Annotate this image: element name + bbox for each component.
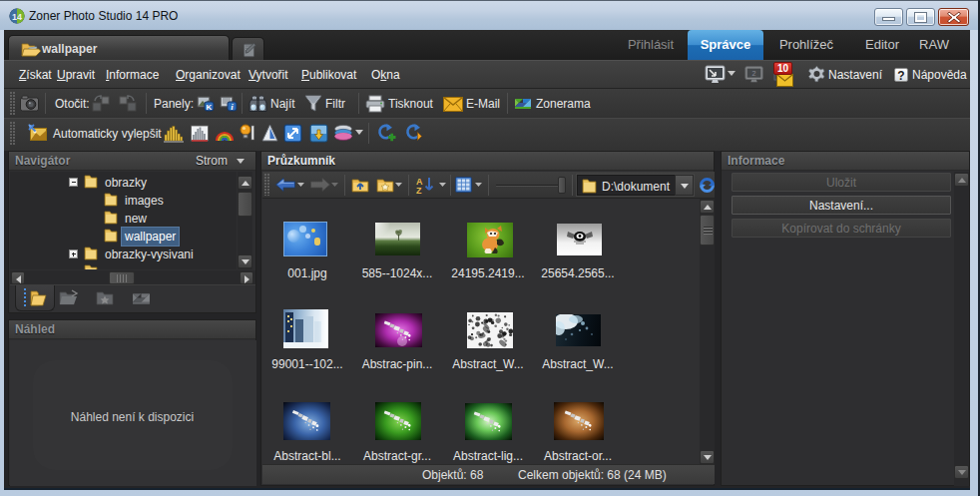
svg-text:K: K [207,103,213,112]
svg-text:2: 2 [752,69,756,78]
svg-text:Z: Z [416,186,422,195]
svg-text:14: 14 [12,12,22,22]
